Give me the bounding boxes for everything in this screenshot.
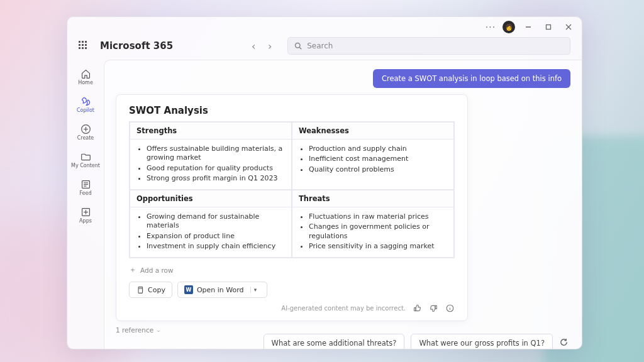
rail-label: Home xyxy=(78,80,93,85)
header-row: Microsoft 365 ‹ › Search xyxy=(67,37,582,60)
brand-label: Microsoft 365 xyxy=(100,40,173,52)
list-item: Quality control problems xyxy=(309,165,448,174)
open-word-label: Open in Word xyxy=(197,286,244,294)
list-item: Strong gross profit margin in Q1 2023 xyxy=(147,174,286,183)
references-toggle[interactable]: 1 reference ⌄ xyxy=(116,326,570,334)
swot-table: Strengths Offers sustainable building ma… xyxy=(129,121,455,258)
rail-label: Copilot xyxy=(77,107,94,113)
copy-icon xyxy=(136,286,144,294)
rail-item-feed[interactable]: Feed xyxy=(70,174,101,200)
app-launcher-icon[interactable] xyxy=(79,41,89,51)
apps-icon xyxy=(80,207,91,218)
thumbs-down-icon[interactable] xyxy=(428,303,438,313)
thumbs-up-icon[interactable] xyxy=(412,303,422,313)
svg-rect-1 xyxy=(547,25,551,30)
nav-back-icon[interactable]: ‹ xyxy=(247,40,260,52)
swot-threats-header: Threats xyxy=(292,190,453,207)
swot-weaknesses-list: Production and supply chainInefficient c… xyxy=(297,145,448,174)
list-item: Good reputation for quality products xyxy=(147,164,286,173)
search-input[interactable]: Search xyxy=(287,37,570,55)
plus-icon: ＋ xyxy=(129,265,136,275)
rail-item-apps[interactable]: Apps xyxy=(70,202,101,228)
swot-strengths-list: Offers sustainable building materials, a… xyxy=(135,145,286,183)
svg-rect-16 xyxy=(138,288,143,293)
app-window: ··· 👩 Microsoft 365 ‹ › Search Home xyxy=(67,16,582,349)
response-card: SWOT Analysis Strengths Offers sustainab… xyxy=(116,94,468,321)
swot-threats-list: Fluctuations in raw material pricesChang… xyxy=(297,212,448,251)
list-item: Offers sustainable building materials, a… xyxy=(147,145,286,163)
list-item: Investment in supply chain efficiency xyxy=(147,242,286,251)
svg-rect-17 xyxy=(414,308,415,311)
word-icon xyxy=(184,285,193,294)
list-item: Fluctuations in raw material prices xyxy=(309,212,448,221)
chat-main: Create a SWOT analysis in loop based on … xyxy=(104,60,582,349)
open-in-word-button[interactable]: Open in Word ▾ xyxy=(177,282,267,298)
suggestion-chip[interactable]: What were our gross profits in Q1? xyxy=(411,334,553,349)
suggestion-row: What are some additional threats? What w… xyxy=(116,334,570,349)
nav-rail: Home Copilot Create My Content Feed Apps xyxy=(67,60,104,349)
add-row-label: Add a row xyxy=(140,266,174,274)
minimize-button[interactable] xyxy=(521,20,535,34)
suggestion-chip[interactable]: What are some additional threats? xyxy=(264,334,405,349)
maximize-button[interactable] xyxy=(541,20,555,34)
list-item: Price sensitivity in a sagging market xyxy=(309,242,448,251)
folder-icon xyxy=(80,151,91,163)
home-icon xyxy=(80,69,91,80)
info-icon[interactable] xyxy=(445,303,455,313)
list-item: Production and supply chain xyxy=(309,145,448,153)
swot-opportunities-header: Opportunities xyxy=(130,190,291,207)
swot-weaknesses-header: Weaknesses xyxy=(292,123,453,140)
card-title: SWOT Analysis xyxy=(129,105,455,116)
copy-button[interactable]: Copy xyxy=(129,282,172,298)
references-label: 1 reference xyxy=(116,326,153,334)
nav-forward-icon[interactable]: › xyxy=(264,40,276,52)
add-row-button[interactable]: ＋ Add a row xyxy=(129,265,455,275)
rail-label: Apps xyxy=(79,218,92,224)
rail-item-home[interactable]: Home xyxy=(70,63,101,90)
feed-icon xyxy=(80,179,91,190)
more-options-icon[interactable]: ··· xyxy=(485,22,496,32)
list-item: Changes in government policies or regula… xyxy=(309,222,448,241)
copilot-icon xyxy=(80,96,91,107)
rail-item-create[interactable]: Create xyxy=(70,119,101,145)
copy-label: Copy xyxy=(148,286,165,294)
search-placeholder: Search xyxy=(307,41,333,50)
swot-strengths-header: Strengths xyxy=(130,123,291,140)
list-item: Expansion of product line xyxy=(147,232,286,241)
rail-item-mycontent[interactable]: My Content xyxy=(70,146,101,173)
refresh-suggestions-icon[interactable] xyxy=(559,337,570,349)
rail-label: Create xyxy=(77,135,94,141)
svg-point-4 xyxy=(296,43,301,48)
rail-item-copilot[interactable]: Copilot xyxy=(70,91,101,118)
list-item: Inefficient cost management xyxy=(309,155,448,163)
svg-rect-18 xyxy=(435,305,436,309)
list-item: Growing demand for sustainable materials xyxy=(147,212,286,231)
search-icon xyxy=(294,42,302,50)
user-message-bubble: Create a SWOT analysis in loop based on … xyxy=(373,69,570,88)
rail-label: Feed xyxy=(79,190,91,196)
create-icon xyxy=(80,124,91,135)
swot-opportunities-list: Growing demand for sustainable materials… xyxy=(135,212,286,251)
ai-disclaimer: AI-generated content may be incorrect. xyxy=(281,305,406,312)
svg-line-5 xyxy=(299,47,301,49)
rail-label: My Content xyxy=(71,163,100,168)
avatar[interactable]: 👩 xyxy=(502,21,515,33)
chevron-down-icon: ⌄ xyxy=(156,327,161,333)
close-button[interactable] xyxy=(562,20,575,34)
titlebar: ··· 👩 xyxy=(67,17,582,37)
chevron-down-icon[interactable]: ▾ xyxy=(250,287,260,293)
